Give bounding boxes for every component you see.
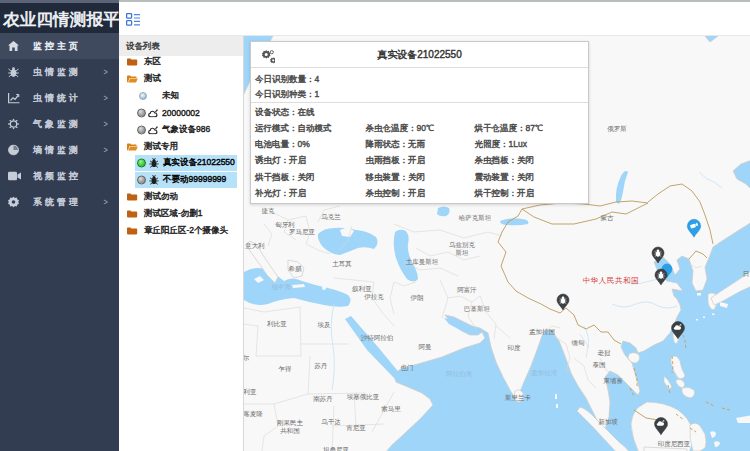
- svg-text:日: 日: [743, 270, 750, 277]
- svg-text:叙利亚: 叙利亚: [351, 285, 372, 293]
- svg-text:南苏丹: 南苏丹: [313, 395, 333, 403]
- svg-text:阿曼: 阿曼: [419, 343, 433, 351]
- svg-text:埃塞俄比亚: 埃塞俄比亚: [346, 393, 380, 401]
- svg-text:伊朗: 伊朗: [411, 294, 424, 302]
- svg-text:印度: 印度: [508, 344, 522, 352]
- svg-text:孟加拉湾: 孟加拉湾: [531, 369, 558, 377]
- svg-text:斯坦: 斯坦: [456, 249, 470, 256]
- svg-text:新加坡: 新加坡: [598, 418, 618, 425]
- svg-text:土耳其: 土耳其: [332, 260, 352, 268]
- svg-text:共和国: 共和国: [280, 427, 300, 435]
- svg-text:土库曼斯坦: 土库曼斯坦: [406, 258, 439, 266]
- svg-text:孟加拉国: 孟加拉国: [529, 328, 555, 335]
- svg-text:尔: 尔: [244, 354, 250, 361]
- svg-text:印度尼西亚: 印度尼西亚: [658, 440, 691, 448]
- svg-text:伊拉克: 伊拉克: [364, 293, 384, 301]
- svg-text:巴基斯坦: 巴基斯坦: [464, 305, 491, 312]
- svg-text:利亚: 利亚: [244, 388, 257, 395]
- svg-text:埃及: 埃及: [317, 321, 332, 328]
- svg-text:缅甸: 缅甸: [572, 339, 585, 346]
- svg-text:坦桑尼亚: 坦桑尼亚: [322, 446, 350, 451]
- svg-text:乍得: 乍得: [278, 365, 293, 373]
- svg-text:捷克: 捷克: [262, 207, 276, 215]
- svg-text:哈萨克斯坦: 哈萨克斯坦: [459, 214, 492, 222]
- svg-text:沙特阿拉伯: 沙特阿拉伯: [361, 334, 394, 342]
- svg-text:索马里: 索马里: [381, 405, 401, 412]
- svg-text:肯尼亚: 肯尼亚: [346, 424, 366, 431]
- svg-text:乌兹别克: 乌兹别克: [449, 241, 476, 249]
- svg-text:希腊: 希腊: [289, 265, 303, 272]
- svg-text:苏丹: 苏丹: [314, 362, 329, 370]
- svg-text:中华人民共和国: 中华人民共和国: [583, 276, 640, 285]
- svg-text:意大利: 意大利: [244, 242, 265, 249]
- svg-text:乌干达: 乌干达: [321, 418, 341, 426]
- svg-text:利比亚: 利比亚: [266, 320, 287, 327]
- svg-text:柬埔寨: 柬埔寨: [603, 377, 623, 384]
- svg-text:泰国: 泰国: [593, 361, 606, 369]
- svg-text:蒙古: 蒙古: [601, 214, 615, 222]
- svg-text:阿拉伯海: 阿拉伯海: [446, 370, 473, 378]
- svg-text:喀麦隆: 喀麦隆: [244, 410, 263, 418]
- svg-text:匈牙利: 匈牙利: [275, 221, 295, 228]
- svg-text:也门: 也门: [401, 364, 414, 371]
- svg-text:斯里兰卡: 斯里兰卡: [505, 394, 532, 401]
- svg-text:老挝: 老挝: [598, 349, 612, 357]
- svg-text:俄罗斯: 俄罗斯: [607, 125, 627, 133]
- svg-text:地中海: 地中海: [271, 283, 291, 291]
- svg-text:乌克兰: 乌克兰: [321, 213, 341, 221]
- svg-text:阿富汗: 阿富汗: [457, 286, 477, 294]
- svg-text:罗马尼亚: 罗马尼亚: [289, 228, 316, 236]
- svg-text:刚果民主: 刚果民主: [277, 419, 304, 427]
